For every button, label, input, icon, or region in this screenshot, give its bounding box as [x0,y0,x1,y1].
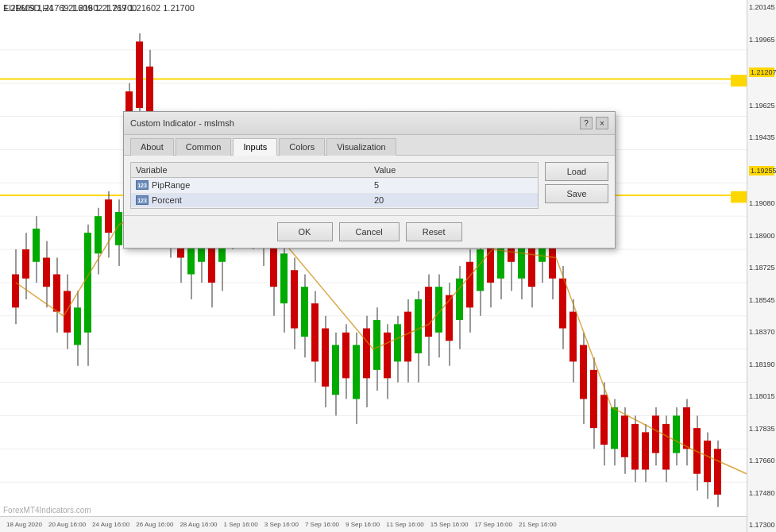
dialog-title: Custom Indicator - mslmsh [130,118,234,128]
price-7: 1.19080 [749,199,774,207]
svg-rect-119 [528,245,535,287]
time-label-7: 3 Sep 16:00 [264,521,299,528]
dialog-table: Variable Value 123 PipRange 5 123 Porcen… [130,162,539,209]
svg-rect-16 [731,75,747,87]
svg-rect-17 [731,191,747,203]
watermark: ForexMT4Indicators.com [3,506,91,515]
indicator-dialog: Custom Indicator - mslmsh ? × About Comm… [123,111,616,249]
svg-rect-97 [415,299,422,353]
svg-rect-143 [652,415,659,453]
svg-rect-133 [600,395,608,445]
svg-rect-149 [683,407,690,449]
row-icon-piprange: 123 [136,180,149,190]
close-button[interactable]: × [596,117,608,129]
svg-rect-131 [590,370,597,428]
svg-rect-107 [466,262,473,308]
time-label-11: 15 Sep 16:00 [430,521,469,528]
price-6: 1.19255 [749,166,774,175]
row-name-porcent: Porcent [152,195,374,205]
table-header: Variable Value [131,163,538,178]
chart-symbol: EURUSD,H4 [3,3,54,13]
row-value-porcent: 20 [374,195,533,205]
time-label-13: 21 Sep 16:00 [519,521,557,528]
ok-button[interactable]: OK [277,222,333,241]
tab-visualization[interactable]: Visualization [326,138,396,156]
chart-price-data: 1.21609 1.21769 1.21602 1.21700 [61,3,195,13]
time-label-10: 11 Sep 16:00 [386,521,424,528]
time-label-1: 18 Aug 2020 [6,521,42,528]
svg-rect-25 [43,258,50,287]
chart-header: EURUSD,H4 1.21609 1.21769 1.21602 1.2170… [3,3,195,13]
svg-rect-87 [363,329,370,379]
chart-candles [0,0,747,532]
time-label-9: 9 Sep 16:00 [346,521,380,528]
svg-rect-153 [704,441,711,482]
cancel-button[interactable]: Cancel [339,222,400,241]
svg-rect-27 [53,274,60,311]
price-17: 1.17300 [749,521,774,529]
price-3: 1.21207 [749,67,774,77]
svg-rect-35 [95,216,102,253]
dialog-tabs: About Common Inputs Colors Visualization [124,135,615,156]
svg-rect-85 [353,345,360,399]
tab-common[interactable]: Common [176,138,232,156]
reset-button[interactable]: Reset [406,222,462,241]
dialog-titlebar: Custom Indicator - mslmsh ? × [124,112,615,135]
svg-rect-79 [322,329,329,387]
svg-rect-21 [22,249,29,279]
svg-rect-43 [136,41,143,108]
col-variable-header: Variable [136,165,374,175]
svg-rect-31 [74,307,81,345]
price-4: 1.19625 [749,102,774,110]
time-label-2: 20 Aug 16:00 [48,521,86,528]
table-row[interactable]: 123 Porcent 20 [131,193,538,208]
svg-rect-135 [611,407,618,449]
svg-rect-23 [33,229,40,262]
price-16: 1.17480 [749,489,774,497]
price-11: 1.18370 [749,328,774,336]
price-12: 1.18190 [749,360,774,368]
svg-rect-137 [621,415,628,457]
svg-rect-125 [559,279,566,329]
time-label-6: 1 Sep 16:00 [224,521,258,528]
price-8: 1.18900 [749,232,774,240]
time-label-4: 26 Aug 16:00 [136,521,173,528]
tab-colors[interactable]: Colors [279,138,325,156]
svg-rect-145 [662,424,670,470]
time-label-12: 17 Sep 16:00 [474,521,512,528]
dialog-body: Variable Value 123 PipRange 5 123 Porcen… [124,156,615,215]
price-1: 1.20145 [749,3,774,11]
svg-rect-147 [673,415,680,453]
load-button[interactable]: Load [545,162,608,181]
svg-rect-81 [332,345,339,395]
time-label-3: 24 Aug 16:00 [92,521,129,528]
table-row[interactable]: 123 PipRange 5 [131,178,538,193]
time-axis: 18 Aug 2020 20 Aug 16:00 24 Aug 16:00 26… [0,516,747,532]
svg-rect-139 [631,424,639,470]
save-button[interactable]: Save [545,184,608,203]
row-value-piprange: 5 [374,180,533,190]
dialog-controls: ? × [580,117,608,129]
tab-about[interactable]: About [130,138,174,156]
svg-rect-155 [714,449,721,495]
svg-rect-77 [311,303,319,361]
help-button[interactable]: ? [580,117,593,129]
svg-rect-99 [425,287,432,337]
svg-rect-129 [580,345,587,399]
svg-rect-73 [291,270,298,328]
row-icon-porcent: 123 [136,195,149,205]
svg-rect-109 [477,249,484,291]
svg-rect-89 [373,320,380,370]
dialog-footer: OK Cancel Reset [124,215,615,248]
price-13: 1.18015 [749,392,774,400]
col-value-header: Value [374,165,533,175]
tab-inputs[interactable]: Inputs [233,138,277,156]
svg-rect-71 [280,253,288,303]
price-9: 1.18725 [749,264,774,272]
price-15: 1.17660 [749,457,774,465]
svg-rect-127 [569,312,577,362]
svg-rect-83 [342,333,349,379]
svg-rect-95 [404,312,411,362]
svg-rect-19 [12,274,19,307]
price-2: 1.19965 [749,36,774,44]
